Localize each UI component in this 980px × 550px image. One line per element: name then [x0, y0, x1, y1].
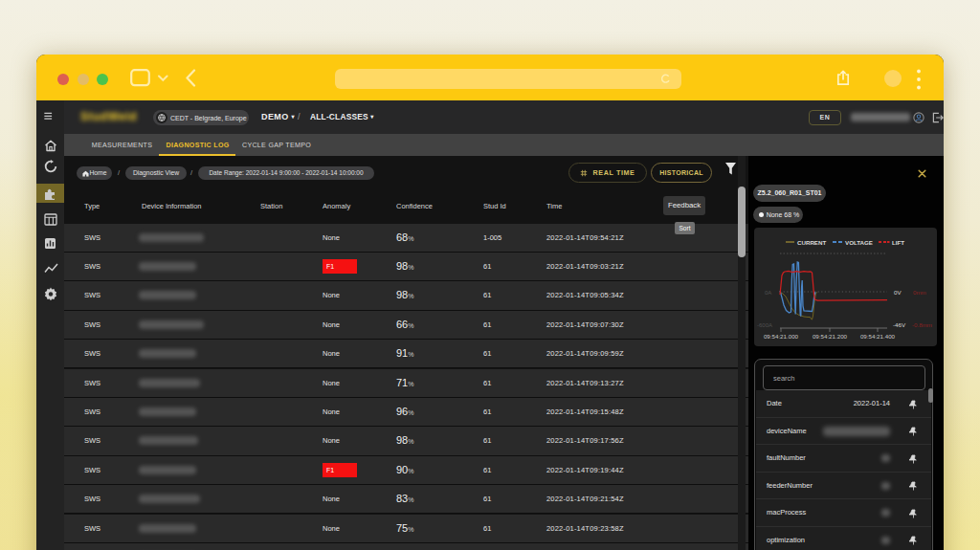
svg-text:-46V: -46V	[893, 321, 906, 328]
svg-text:09:54:21.000: 09:54:21.000	[764, 333, 799, 340]
svg-text:09:54:21.400: 09:54:21.400	[860, 333, 896, 340]
svg-text:-0.8mm: -0.8mm	[912, 321, 932, 328]
svg-text:LIFT: LIFT	[892, 239, 904, 246]
svg-text:-600A: -600A	[757, 322, 772, 328]
svg-text:0A: 0A	[765, 290, 771, 296]
svg-text:VOLTAGE: VOLTAGE	[845, 239, 873, 246]
svg-text:CURRENT: CURRENT	[797, 239, 826, 246]
svg-text:09:54:21.200: 09:54:21.200	[813, 333, 848, 340]
svg-text:0mm: 0mm	[913, 289, 926, 296]
svg-text:0V: 0V	[894, 289, 902, 296]
